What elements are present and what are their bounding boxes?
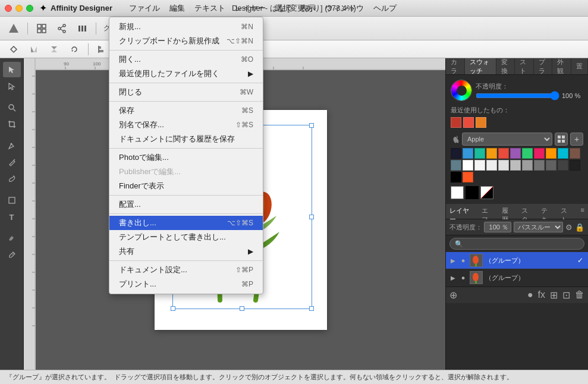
tab-transform[interactable]: 変換 xyxy=(496,58,515,74)
color-cell[interactable] xyxy=(546,160,556,171)
menu-new-clipboard[interactable]: クリップボードから新規作成 ⌥⇧⌘N xyxy=(109,34,263,48)
grid-btn[interactable] xyxy=(33,20,51,37)
recent-swatch-1[interactable] xyxy=(451,117,461,128)
palette-select[interactable]: Apple xyxy=(462,133,552,146)
layer-arrange-btn[interactable]: ⊞ xyxy=(550,289,558,301)
tab-stroke[interactable]: スト xyxy=(515,58,534,74)
color-cell[interactable] xyxy=(522,160,533,171)
layer-lock-btn[interactable]: 🔒 xyxy=(575,223,584,232)
layer-expand-1[interactable]: ▶ xyxy=(449,257,457,264)
layer-tab-styles[interactable]: スタ xyxy=(518,204,537,219)
color-cell[interactable] xyxy=(534,148,545,159)
tab-place[interactable]: 置 xyxy=(571,58,588,74)
layer-tab-text[interactable]: テキ xyxy=(537,204,557,219)
menu-export[interactable]: 書き出し... ⌥⇧⌘S xyxy=(109,216,263,230)
menu-open[interactable]: 開く... ⌘O xyxy=(109,52,263,67)
color-cell[interactable] xyxy=(463,172,473,182)
menu-share[interactable]: 共有 ▶ xyxy=(109,244,263,259)
shape-tool[interactable] xyxy=(3,193,21,208)
menu-close[interactable]: 閉じる ⌘W xyxy=(109,85,263,99)
menu-doc-settings[interactable]: ドキュメント設定... ⇧⌘P xyxy=(109,263,263,277)
fill-tool[interactable] xyxy=(3,231,21,246)
library-btn[interactable] xyxy=(73,20,91,37)
flip-h-btn[interactable] xyxy=(25,41,43,58)
layer-opacity-input[interactable] xyxy=(484,222,511,232)
color-cell[interactable] xyxy=(522,148,533,159)
menu-export-template[interactable]: テンプレートとして書き出し... xyxy=(109,230,263,244)
menu-help[interactable]: ヘルプ xyxy=(369,2,401,15)
color-cell[interactable] xyxy=(498,148,509,159)
layer-search-input[interactable] xyxy=(449,238,584,250)
close-button[interactable] xyxy=(5,5,12,12)
black-swatch[interactable] xyxy=(466,186,479,199)
color-cell[interactable] xyxy=(510,148,521,159)
palette-grid-btn[interactable] xyxy=(555,133,568,146)
white-swatch[interactable] xyxy=(451,186,464,199)
minimize-button[interactable] xyxy=(15,5,23,12)
color-cell[interactable] xyxy=(486,160,497,171)
share-btn[interactable] xyxy=(53,20,71,37)
recent-swatch-2[interactable] xyxy=(463,117,474,128)
color-cell[interactable] xyxy=(558,148,568,159)
layer-eye-2[interactable]: ● xyxy=(459,273,467,282)
color-cell[interactable] xyxy=(451,148,461,159)
palette-add-btn[interactable]: + xyxy=(570,133,583,146)
layer-tab-more[interactable]: ≡ xyxy=(577,204,588,219)
layer-eye-1[interactable]: ● xyxy=(459,256,467,265)
layer-item-2[interactable]: ▶ ● （グループ） xyxy=(446,269,588,287)
transform-btn[interactable] xyxy=(5,41,23,58)
menu-edit-photo[interactable]: Photoで編集... xyxy=(109,150,263,165)
node-tool[interactable] xyxy=(3,78,21,94)
zoom-tool[interactable] xyxy=(3,100,21,115)
add-layer-btn[interactable]: ⊕ xyxy=(449,289,457,301)
layer-fx-btn[interactable]: fx xyxy=(538,289,545,301)
select-tool[interactable] xyxy=(3,62,21,77)
layer-tab-history[interactable]: 履歴 xyxy=(498,204,518,219)
color-cell[interactable] xyxy=(463,160,473,171)
layer-eye-toggle[interactable]: ● xyxy=(527,289,533,301)
color-cell[interactable] xyxy=(558,160,568,171)
color-cell[interactable] xyxy=(451,160,461,171)
no-color-swatch[interactable] xyxy=(480,186,493,199)
menu-new[interactable]: 新規... ⌘N xyxy=(109,20,263,34)
layer-tab-stroke[interactable]: スト xyxy=(557,204,577,219)
tab-swatches[interactable]: スウォッチ xyxy=(465,58,496,74)
tab-color[interactable]: カラ xyxy=(446,58,465,74)
layer-settings-btn[interactable]: ⚙ xyxy=(565,223,573,232)
color-cell[interactable] xyxy=(486,148,497,159)
color-cell[interactable] xyxy=(510,160,521,171)
layer-tab-layers[interactable]: レイヤー xyxy=(446,204,478,219)
color-cell[interactable] xyxy=(534,160,545,171)
text-tool[interactable]: T xyxy=(3,209,21,225)
color-cell[interactable] xyxy=(546,148,556,159)
menu-open-recent[interactable]: 最近使用したファイルを開く ▶ xyxy=(109,67,263,81)
color-cell[interactable] xyxy=(570,160,580,171)
color-cell[interactable] xyxy=(474,160,485,171)
menu-save-as[interactable]: 別名で保存... ⇧⌘S xyxy=(109,118,263,132)
menu-print[interactable]: プリント... ⌘P xyxy=(109,277,263,291)
persona-btn[interactable] xyxy=(5,20,23,37)
brush-tool[interactable] xyxy=(3,171,21,187)
menu-save[interactable]: 保存 ⌘S xyxy=(109,103,263,118)
menu-place[interactable]: 配置... xyxy=(109,197,263,212)
crop-tool[interactable] xyxy=(3,117,21,132)
color-wheel[interactable] xyxy=(451,80,472,101)
pencil-tool[interactable] xyxy=(3,155,21,170)
color-cell[interactable] xyxy=(498,160,509,171)
menu-edit[interactable]: 編集 xyxy=(165,2,190,15)
layer-group-btn[interactable]: ⊡ xyxy=(562,289,570,301)
menu-save-history[interactable]: ドキュメントに関する履歴を保存 xyxy=(109,132,263,146)
menu-text[interactable]: テキスト xyxy=(190,2,230,15)
eyedropper-tool[interactable] xyxy=(3,247,21,263)
layer-item-1[interactable]: ▶ ● （グループ） ✓ xyxy=(446,252,588,269)
opacity-slider[interactable] xyxy=(476,93,559,99)
color-cell[interactable] xyxy=(463,148,473,159)
color-cell[interactable] xyxy=(570,148,580,159)
pen-tool[interactable] xyxy=(3,138,21,153)
color-cell[interactable] xyxy=(474,148,485,159)
tab-color2[interactable]: プラ xyxy=(534,58,553,74)
color-cell[interactable] xyxy=(451,172,461,182)
layer-tab-fx[interactable]: エフ xyxy=(478,204,498,219)
flip-v-btn[interactable] xyxy=(45,41,63,58)
tab-appearance[interactable]: 外観 xyxy=(552,58,571,74)
